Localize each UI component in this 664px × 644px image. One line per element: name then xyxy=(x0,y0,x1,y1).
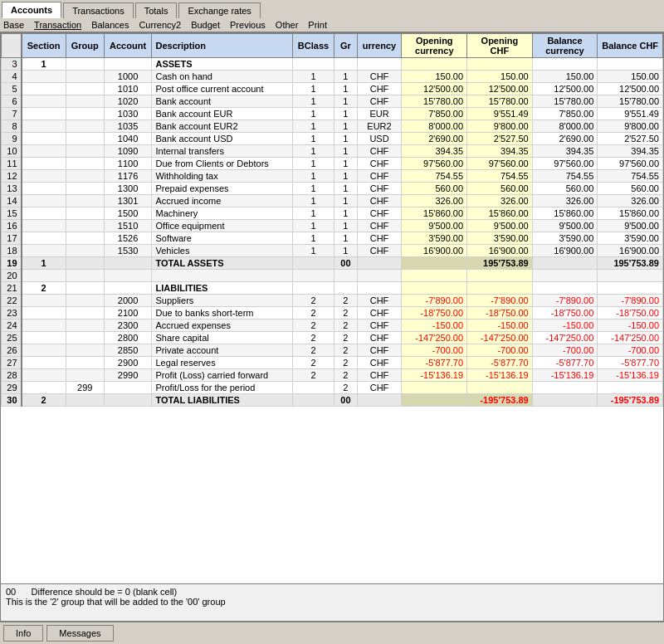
currency-cell[interactable]: CHF xyxy=(357,220,402,232)
currency-cell[interactable]: EUR2 xyxy=(357,120,402,133)
balance-chf-cell[interactable]: -18'750.00 xyxy=(598,307,663,320)
section-cell[interactable] xyxy=(22,95,66,108)
account-cell[interactable]: 2850 xyxy=(104,344,152,357)
bottom-tab-info[interactable]: Info xyxy=(3,625,43,642)
bclass-cell[interactable]: 1 xyxy=(292,195,334,207)
opening-chf-cell[interactable]: -15'136.19 xyxy=(467,369,533,382)
balance-chf-cell[interactable]: 97'560.00 xyxy=(598,158,663,170)
section-cell[interactable] xyxy=(22,382,66,394)
section-cell[interactable] xyxy=(22,270,66,282)
gr-cell[interactable]: 2 xyxy=(334,369,357,382)
balance-chf-cell[interactable]: -195'753.89 xyxy=(598,394,663,407)
gr-cell[interactable]: 2 xyxy=(334,307,357,320)
balance-chf-cell[interactable]: -150.00 xyxy=(598,320,663,332)
group-cell[interactable] xyxy=(66,195,104,207)
opening-cur-cell[interactable]: 394.35 xyxy=(402,145,467,158)
opening-chf-cell[interactable]: 560.00 xyxy=(467,183,533,195)
group-cell[interactable] xyxy=(66,245,104,257)
account-cell[interactable] xyxy=(104,58,152,71)
currency-cell[interactable]: CHF xyxy=(357,83,402,95)
balance-cur-cell[interactable]: -7'890.00 xyxy=(532,295,598,307)
section-cell[interactable]: 1 xyxy=(22,257,66,270)
balance-chf-cell[interactable]: 12'500.00 xyxy=(598,83,663,95)
gr-cell[interactable] xyxy=(334,58,357,71)
currency-cell[interactable]: CHF xyxy=(357,232,402,245)
section-cell[interactable]: 2 xyxy=(22,394,66,407)
row-number[interactable]: 12 xyxy=(2,170,22,183)
gr-cell[interactable]: 1 xyxy=(334,232,357,245)
balance-cur-cell[interactable] xyxy=(532,282,598,295)
opening-cur-cell[interactable]: 150.00 xyxy=(402,71,467,83)
account-cell[interactable]: 1090 xyxy=(104,145,152,158)
section-cell[interactable] xyxy=(22,71,66,83)
balance-chf-cell[interactable]: 9'800.00 xyxy=(598,120,663,133)
opening-cur-cell[interactable] xyxy=(402,270,467,282)
section-cell[interactable]: 2 xyxy=(22,282,66,295)
section-cell[interactable] xyxy=(22,320,66,332)
bclass-cell[interactable]: 2 xyxy=(292,357,334,369)
account-cell[interactable]: 1526 xyxy=(104,232,152,245)
balance-chf-cell[interactable]: 9'500.00 xyxy=(598,220,663,232)
section-cell[interactable] xyxy=(22,332,66,344)
description-cell[interactable]: TOTAL LIABILITIES xyxy=(152,394,292,407)
section-cell[interactable] xyxy=(22,369,66,382)
section-cell[interactable] xyxy=(22,108,66,120)
account-cell[interactable]: 1035 xyxy=(104,120,152,133)
balance-chf-cell[interactable] xyxy=(598,282,663,295)
row-number[interactable]: 25 xyxy=(2,332,22,344)
balance-cur-cell[interactable]: 2'690.00 xyxy=(532,133,598,145)
row-number[interactable]: 6 xyxy=(2,95,22,108)
group-cell[interactable] xyxy=(66,344,104,357)
row-number[interactable]: 26 xyxy=(2,344,22,357)
description-cell[interactable]: Suppliers xyxy=(152,295,292,307)
opening-cur-cell[interactable]: 8'000.00 xyxy=(402,120,467,133)
balance-cur-cell[interactable]: 15'860.00 xyxy=(532,207,598,220)
opening-cur-cell[interactable]: -15'136.19 xyxy=(402,369,467,382)
opening-chf-cell[interactable]: 15'860.00 xyxy=(467,207,533,220)
account-cell[interactable]: 1010 xyxy=(104,83,152,95)
balance-chf-cell[interactable]: 9'551.49 xyxy=(598,108,663,120)
section-cell[interactable] xyxy=(22,245,66,257)
balance-chf-cell[interactable]: 15'780.00 xyxy=(598,95,663,108)
balance-cur-cell[interactable]: 754.55 xyxy=(532,170,598,183)
currency-cell[interactable]: CHF xyxy=(357,170,402,183)
row-number[interactable]: 5 xyxy=(2,83,22,95)
bottom-tab-messages[interactable]: Messages xyxy=(46,625,113,642)
gr-cell[interactable]: 2 xyxy=(334,320,357,332)
section-cell[interactable] xyxy=(22,295,66,307)
bclass-cell[interactable]: 2 xyxy=(292,344,334,357)
currency-cell[interactable]: CHF xyxy=(357,71,402,83)
gr-cell[interactable]: 2 xyxy=(334,382,357,394)
bclass-cell[interactable]: 1 xyxy=(292,220,334,232)
section-cell[interactable] xyxy=(22,158,66,170)
group-cell[interactable] xyxy=(66,295,104,307)
gr-cell[interactable]: 2 xyxy=(334,357,357,369)
account-cell[interactable]: 1301 xyxy=(104,195,152,207)
gr-cell[interactable]: 1 xyxy=(334,145,357,158)
row-number[interactable]: 22 xyxy=(2,295,22,307)
account-cell[interactable]: 1100 xyxy=(104,158,152,170)
group-cell[interactable] xyxy=(66,282,104,295)
row-number[interactable]: 21 xyxy=(2,282,22,295)
balance-chf-cell[interactable]: 560.00 xyxy=(598,183,663,195)
section-cell[interactable] xyxy=(22,195,66,207)
opening-chf-cell[interactable] xyxy=(467,382,533,394)
row-number[interactable]: 9 xyxy=(2,133,22,145)
description-cell[interactable]: Legal reserves xyxy=(152,357,292,369)
opening-cur-cell[interactable]: 754.55 xyxy=(402,170,467,183)
group-cell[interactable] xyxy=(66,232,104,245)
section-cell[interactable] xyxy=(22,357,66,369)
opening-chf-cell[interactable]: -5'877.70 xyxy=(467,357,533,369)
section-cell[interactable]: 1 xyxy=(22,58,66,71)
description-cell[interactable]: LIABILITIES xyxy=(152,282,292,295)
currency-cell[interactable]: CHF xyxy=(357,320,402,332)
menu-other[interactable]: Other xyxy=(276,20,299,30)
opening-chf-cell[interactable]: 150.00 xyxy=(467,71,533,83)
account-cell[interactable]: 1030 xyxy=(104,108,152,120)
section-cell[interactable] xyxy=(22,307,66,320)
account-cell[interactable]: 2900 xyxy=(104,357,152,369)
bclass-cell[interactable]: 2 xyxy=(292,295,334,307)
group-cell[interactable] xyxy=(66,83,104,95)
description-cell[interactable]: Bank account USD xyxy=(152,133,292,145)
group-cell[interactable] xyxy=(66,332,104,344)
